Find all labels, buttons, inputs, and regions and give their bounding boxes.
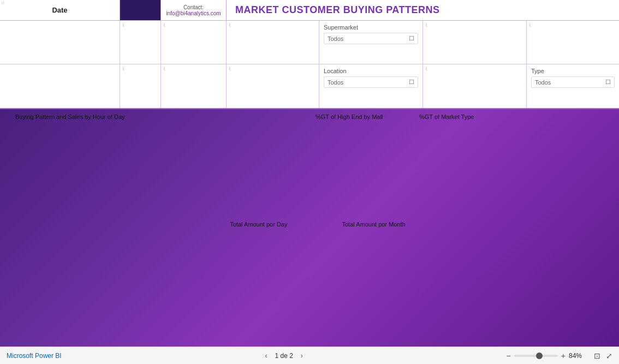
zoom-slider-thumb xyxy=(536,353,543,359)
small-chart-4: ⌇ xyxy=(120,64,161,108)
supermarket-dropdown[interactable]: Todos ☐ xyxy=(324,33,418,44)
date-header: Date xyxy=(0,0,120,20)
right-chart-1: ⌇ xyxy=(527,21,619,64)
value-cell-2: ⌇ xyxy=(423,64,527,108)
location-chevron-icon: ☐ xyxy=(409,79,414,86)
page-number: 1 de 2 xyxy=(275,352,293,360)
status-bar: Microsoft Power BI ‹ 1 de 2 › − + 84% ⊡ … xyxy=(0,347,619,364)
chart-mini-icon-4: ⌇ xyxy=(122,67,124,71)
chart-mini-icon-1: ⌇ xyxy=(122,23,124,28)
fit-page-icon[interactable]: ⊡ xyxy=(594,351,600,360)
date-label: Date xyxy=(52,6,67,14)
chart-labels-row: Buying Pattern and Sales by Hour of Day … xyxy=(0,110,619,120)
title-cell: MARKET CUSTOMER BUYING PATTERNS xyxy=(227,0,619,20)
value-cell-1: ⌇ xyxy=(423,21,527,64)
zoom-in-button[interactable]: + xyxy=(561,351,566,360)
prev-page-button[interactable]: ‹ xyxy=(261,351,270,361)
small-chart-1: ⌇ xyxy=(120,21,161,64)
location-value: Todos xyxy=(328,79,343,86)
next-page-button[interactable]: › xyxy=(297,351,306,361)
zoom-slider[interactable] xyxy=(514,355,558,357)
report-title: MARKET CUSTOMER BUYING PATTERNS xyxy=(235,4,440,16)
report-canvas: Date Contact: info@bi4analytics.com MARK… xyxy=(0,0,619,347)
supermarket-value: Todos xyxy=(328,35,343,42)
zoom-controls: − + 84% ⊡ ⤢ xyxy=(507,351,612,360)
buying-pattern-label: Buying Pattern and Sales by Hour of Day xyxy=(15,114,316,120)
contact-cell: Contact: info@bi4analytics.com xyxy=(161,0,227,20)
chart-mini-icon-6: ⌇ xyxy=(229,67,231,71)
total-day-label: Total Amount por Day xyxy=(230,221,287,228)
small-chart-5: ⌇ xyxy=(161,64,227,108)
dark-header-cell xyxy=(120,0,161,20)
zoom-percent: 84% xyxy=(569,352,586,360)
date-slicer-area-1: ⌇⌇ xyxy=(0,21,120,64)
slicer-row-2: ⌇⌇ ⌇ ⌇ ⌇ Location Todos ☐ ⌇ xyxy=(0,64,619,108)
powerbi-link[interactable]: Microsoft Power BI xyxy=(7,352,62,360)
expand-icon[interactable]: ⤢ xyxy=(606,351,612,360)
type-chevron-icon: ☐ xyxy=(605,79,611,86)
small-chart-3: ⌇ xyxy=(227,21,319,64)
high-end-label: %GT of High End by Mall xyxy=(316,114,419,120)
right-icon-1: ⌇ xyxy=(529,23,531,28)
type-value: Todos xyxy=(535,79,551,86)
top-panel: Date Contact: info@bi4analytics.com MARK… xyxy=(0,0,619,109)
slicer-row-1: ⌇⌇ ⌇ ⌇ ⌇ Supermarket Todos ☐ ⌇ xyxy=(0,21,619,64)
total-month-label: Total Amount por Month xyxy=(342,221,405,228)
chart-mini-icon-5: ⌇ xyxy=(163,67,165,71)
pagination: ‹ 1 de 2 › xyxy=(261,351,306,361)
type-dropdown[interactable]: Todos ☐ xyxy=(531,76,615,88)
type-label: Type xyxy=(531,68,615,74)
market-type-label: %GT of Market Type xyxy=(419,114,619,120)
location-label: Location xyxy=(324,68,418,74)
small-chart-2: ⌇ xyxy=(161,21,227,64)
location-dropdown[interactable]: Todos ☐ xyxy=(324,76,418,88)
chart-mini-icon-3: ⌇ xyxy=(229,23,231,28)
location-slicer[interactable]: Location Todos ☐ xyxy=(319,64,423,108)
zoom-out-button[interactable]: − xyxy=(507,351,511,360)
chart-mini-icon-2: ⌇ xyxy=(163,23,165,28)
page-separator: de xyxy=(280,352,289,360)
header-row: Date Contact: info@bi4analytics.com MARK… xyxy=(0,0,619,21)
type-slicer[interactable]: Type Todos ☐ xyxy=(527,64,619,108)
page-current: 1 xyxy=(275,352,278,360)
sparkline-icon-2: ⌇⌇ xyxy=(1,1,4,5)
value-icon-1: ⌇ xyxy=(425,23,427,28)
small-chart-6: ⌇ xyxy=(227,64,319,108)
supermarket-slicer[interactable]: Supermarket Todos ☐ xyxy=(319,21,423,64)
supermarket-chevron-icon: ☐ xyxy=(409,35,414,42)
contact-email: info@bi4analytics.com xyxy=(166,10,221,16)
page-total: 2 xyxy=(289,352,293,360)
value-icon-2: ⌇ xyxy=(425,67,427,71)
date-slicer-area-2: ⌇⌇ xyxy=(0,64,120,108)
contact-label: Contact: xyxy=(183,4,204,10)
supermarket-label: Supermarket xyxy=(324,24,418,31)
bottom-labels-row: Total Amount por Day Total Amount por Mo… xyxy=(0,221,619,228)
